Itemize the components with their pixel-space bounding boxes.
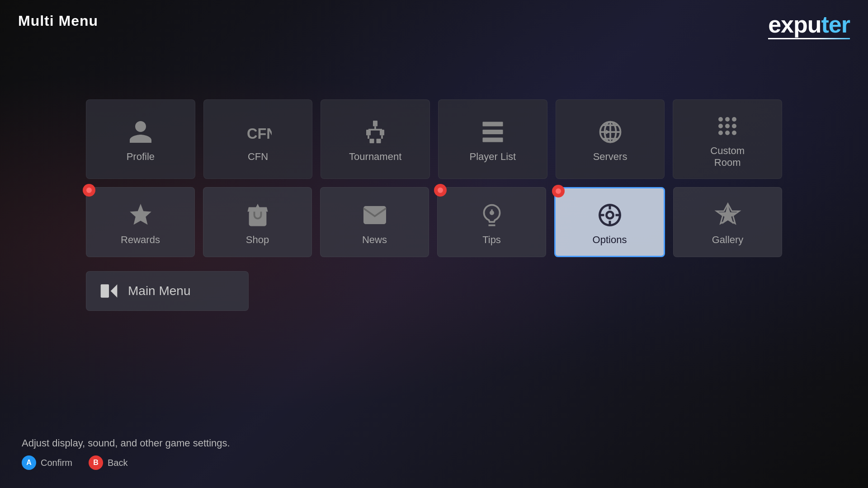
logo-highlight: ter bbox=[821, 11, 850, 38]
svg-point-24 bbox=[718, 117, 723, 122]
rewards-icon bbox=[127, 202, 154, 229]
logo-underline bbox=[768, 38, 850, 39]
menu-card-profile[interactable]: Profile bbox=[86, 99, 195, 179]
svg-point-23 bbox=[725, 131, 730, 135]
back-control: B Back bbox=[89, 455, 127, 470]
svg-text:CFN: CFN bbox=[247, 126, 272, 142]
menu-card-news[interactable]: News bbox=[320, 187, 429, 257]
options-notification bbox=[552, 185, 565, 197]
svg-rect-11 bbox=[482, 130, 503, 134]
main-menu-label: Main Menu bbox=[128, 284, 191, 298]
menu-card-rewards[interactable]: Rewards bbox=[86, 187, 195, 257]
svg-rect-1 bbox=[373, 121, 377, 127]
svg-point-21 bbox=[718, 124, 723, 128]
main-menu-button[interactable]: Main Menu bbox=[86, 271, 249, 311]
svg-rect-39 bbox=[101, 284, 109, 297]
cfn-label: CFN bbox=[248, 151, 268, 163]
menu-row-1: Profile CFN CFN bbox=[86, 99, 782, 179]
a-button: A bbox=[22, 455, 36, 470]
menu-card-cfn[interactable]: CFN CFN bbox=[203, 99, 313, 179]
tips-icon bbox=[478, 202, 505, 229]
svg-point-33 bbox=[490, 211, 494, 215]
content: Multi Menu exputer Profile CFN CFN bbox=[0, 0, 868, 488]
servers-label: Servers bbox=[593, 151, 627, 163]
custom-room-label: CustomRoom bbox=[710, 145, 745, 169]
svg-point-22 bbox=[732, 124, 736, 128]
svg-rect-10 bbox=[482, 122, 503, 127]
tips-notification bbox=[434, 184, 447, 197]
svg-rect-12 bbox=[482, 138, 503, 142]
menu-card-player-list[interactable]: Player List bbox=[438, 99, 547, 179]
svg-marker-29 bbox=[130, 204, 151, 225]
svg-marker-32 bbox=[255, 204, 260, 208]
svg-rect-5 bbox=[377, 139, 381, 143]
menu-row-2: Rewards Shop News bbox=[86, 187, 782, 257]
menu-section: Profile CFN CFN bbox=[86, 99, 782, 265]
main-menu-icon bbox=[99, 281, 119, 301]
description-text: Adjust display, sound, and other game se… bbox=[22, 437, 846, 449]
news-icon bbox=[361, 202, 388, 229]
b-button: B bbox=[89, 455, 103, 470]
tournament-icon bbox=[362, 118, 389, 145]
servers-icon bbox=[597, 118, 624, 145]
svg-point-27 bbox=[732, 131, 736, 135]
news-label: News bbox=[362, 234, 387, 246]
menu-card-custom-room[interactable]: CustomRoom bbox=[673, 99, 782, 179]
options-icon bbox=[596, 202, 623, 229]
menu-card-servers[interactable]: Servers bbox=[556, 99, 665, 179]
svg-point-26 bbox=[718, 131, 723, 135]
custom-room-icon bbox=[714, 113, 741, 140]
tips-label: Tips bbox=[482, 234, 501, 246]
shop-icon bbox=[244, 202, 271, 229]
gallery-icon bbox=[714, 202, 741, 229]
back-label: Back bbox=[108, 458, 127, 468]
svg-rect-4 bbox=[370, 139, 374, 143]
player-list-label: Player List bbox=[469, 151, 516, 163]
menu-card-options[interactable]: Options bbox=[554, 187, 665, 257]
options-label: Options bbox=[593, 234, 627, 246]
header: Multi Menu exputer bbox=[0, 0, 868, 39]
page-title: Multi Menu bbox=[18, 13, 98, 29]
menu-card-shop[interactable]: Shop bbox=[203, 187, 312, 257]
rewards-notification bbox=[83, 184, 95, 197]
controls: A Confirm B Back bbox=[22, 455, 846, 470]
bottom-bar: Adjust display, sound, and other game se… bbox=[22, 437, 846, 470]
confirm-label: Confirm bbox=[41, 458, 72, 468]
svg-marker-40 bbox=[111, 284, 118, 297]
menu-card-tips[interactable]: Tips bbox=[437, 187, 546, 257]
tournament-label: Tournament bbox=[349, 151, 401, 163]
menu-card-tournament[interactable]: Tournament bbox=[321, 99, 430, 179]
gallery-label: Gallery bbox=[712, 234, 744, 246]
logo-text: expu bbox=[768, 11, 821, 38]
shop-label: Shop bbox=[246, 234, 269, 246]
confirm-control: A Confirm bbox=[22, 455, 72, 470]
svg-point-20 bbox=[725, 117, 730, 122]
profile-label: Profile bbox=[127, 151, 155, 163]
player-list-icon bbox=[479, 118, 506, 145]
svg-point-25 bbox=[732, 117, 736, 122]
cfn-icon: CFN bbox=[245, 118, 272, 145]
rewards-label: Rewards bbox=[121, 234, 160, 246]
profile-icon bbox=[127, 118, 154, 145]
menu-card-gallery[interactable]: Gallery bbox=[673, 187, 782, 257]
logo: exputer bbox=[768, 13, 850, 39]
svg-point-28 bbox=[725, 124, 730, 128]
